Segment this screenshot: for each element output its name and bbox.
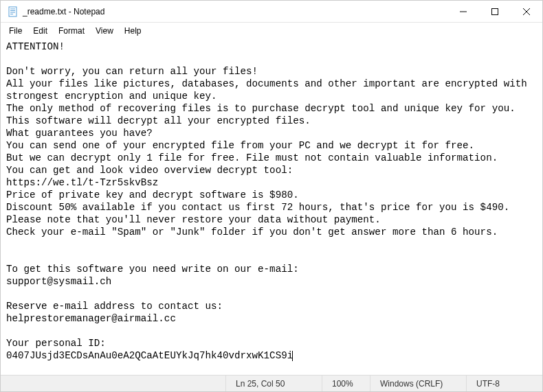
statusbar-spacer (1, 376, 226, 391)
menu-format[interactable]: Format (53, 24, 90, 38)
status-zoom: 100% (322, 376, 370, 391)
notepad-icon (8, 6, 19, 17)
maximize-button[interactable] (479, 1, 511, 22)
document-text: ATTENTION! Don't worry, you can return a… (6, 41, 533, 361)
close-button[interactable] (511, 1, 542, 22)
menubar: File Edit Format View Help (1, 23, 542, 39)
minimize-button[interactable] (447, 1, 479, 22)
menu-help[interactable]: Help (119, 24, 147, 38)
status-encoding: UTF-8 (467, 376, 542, 391)
notepad-window: _readme.txt - Notepad File Edit Format V… (0, 0, 543, 392)
statusbar: Ln 25, Col 50 100% Windows (CRLF) UTF-8 (1, 375, 542, 391)
svg-rect-0 (9, 7, 16, 16)
text-area[interactable]: ATTENTION! Don't worry, you can return a… (1, 39, 542, 375)
menu-file[interactable]: File (3, 24, 27, 38)
titlebar: _readme.txt - Notepad (1, 1, 542, 23)
menu-view[interactable]: View (90, 24, 119, 38)
text-caret (292, 351, 293, 361)
window-controls (447, 1, 542, 22)
svg-rect-6 (492, 8, 498, 14)
menu-edit[interactable]: Edit (27, 24, 53, 38)
status-position: Ln 25, Col 50 (226, 376, 322, 391)
window-title: _readme.txt - Notepad (23, 7, 447, 16)
status-line-ending: Windows (CRLF) (370, 376, 467, 391)
